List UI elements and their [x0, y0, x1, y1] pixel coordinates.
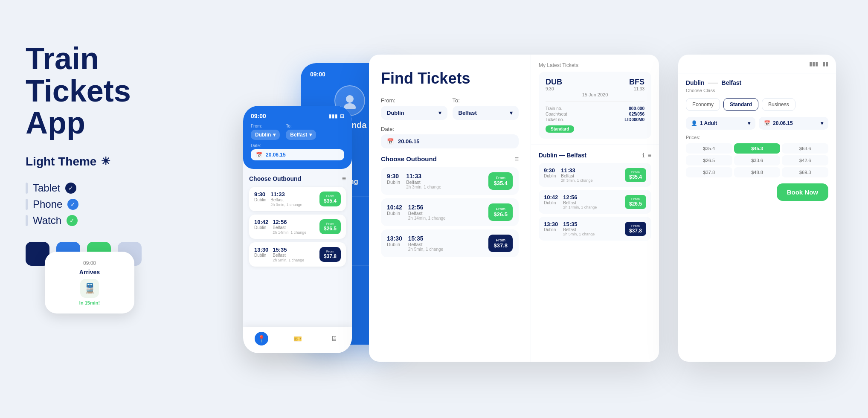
watch-time: 09:00	[83, 260, 96, 266]
watch-check: ✓	[67, 215, 78, 226]
wifi-icon: ⊟	[340, 113, 344, 119]
outbound-card-2[interactable]: 13:30 Dublin 15:35 Belfast 2h 5min, 1 ch…	[539, 217, 651, 241]
ob-arr-station-0: Belfast	[561, 174, 592, 178]
tablet-dep-0: 9:30 Dublin	[387, 173, 400, 189]
ticket-no-label: Ticket no.	[546, 117, 564, 122]
theme-text: Light Theme	[26, 155, 96, 168]
class-economy[interactable]: Economy	[686, 98, 720, 111]
tablet-from-1: From	[496, 207, 505, 211]
nav-btn-location[interactable]: 📍	[255, 332, 268, 345]
to-value: Belfast	[290, 132, 307, 138]
tablet-bar	[26, 183, 28, 194]
watch-arrives-label: Arrives	[79, 269, 100, 276]
tablet-dep-station-1: Dublin	[387, 211, 402, 216]
class-business[interactable]: Business	[762, 98, 795, 111]
ob-dep-2: 13:30 Dublin	[544, 221, 558, 236]
train-card-2[interactable]: 13:30 Dublin 15:35 Belfast 2h 5min, 1 ch…	[249, 242, 346, 267]
from-col: From: Dublin ▾	[251, 124, 280, 140]
tablet-train-0[interactable]: 9:30 Dublin 11:33 Belfast 2h 3min, 1 cha…	[381, 167, 519, 195]
outbound-card-0[interactable]: 9:30 Dublin 11:33 Belfast 2h 3min, 1 cha…	[539, 163, 651, 187]
ob-dep-0: 9:30 Dublin	[544, 167, 556, 183]
train-card-1[interactable]: 10:42 Dublin 12:56 Belfast 2h 14min, 1 c…	[249, 215, 346, 239]
ob-dep-station-1: Dublin	[544, 200, 558, 205]
to-chevron: ▾	[309, 132, 312, 138]
tablet-calendar-icon: 📅	[387, 138, 394, 145]
left-section: Train Tickets App Light Theme ☀ Tablet ✓…	[26, 43, 188, 266]
train-no-label: Train no.	[546, 106, 562, 111]
ticket-from-code: DUB	[546, 78, 562, 87]
phone-white-nav: 📍 🎫 🖥	[243, 327, 352, 353]
tablet-dep-time-1: 10:42	[387, 204, 402, 211]
tablet-train-2[interactable]: 13:30 Dublin 15:35 Belfast 2h 5min, 1 ch…	[381, 229, 519, 257]
tablet-check: ✓	[65, 183, 76, 194]
nav-btn-screen[interactable]: 🖥	[327, 332, 341, 345]
from-value: Dublin	[255, 132, 271, 138]
from-label: From:	[251, 124, 280, 128]
tablet-price-val-1: $26.5	[494, 211, 508, 218]
ob-price-1: From $26.5	[625, 195, 646, 209]
prices-label: Prices:	[686, 135, 828, 140]
passengers-select[interactable]: 👤 1 Adult ▾	[686, 117, 755, 130]
tablet-date-value: 20.06.15	[398, 138, 420, 145]
tablet-screen: Find Tickets From: Dublin ▾ To: Belfast …	[369, 55, 659, 362]
tablet-train-1[interactable]: 10:42 Dublin 12:56 Belfast 2h 14min, 1 c…	[381, 198, 519, 226]
from-select[interactable]: Dublin ▾	[251, 130, 280, 140]
phone-bar	[26, 199, 28, 210]
tablet-from-chevron: ▾	[438, 110, 441, 116]
find-title-line2: Tickets	[418, 70, 470, 87]
tablet-to-select[interactable]: Belfast ▾	[453, 106, 519, 120]
tablet-from-to-row: From: Dublin ▾ To: Belfast ▾	[381, 97, 519, 120]
tablet-arr-2: 15:35 Belfast 2h 5min, 1 change	[408, 235, 443, 252]
tablet-dep-station-2: Dublin	[387, 242, 402, 247]
menu-icon: ≡	[342, 175, 346, 183]
ob-info-0: 2h 3min, 1 change	[561, 178, 592, 183]
theme-label: Light Theme ☀	[26, 155, 188, 168]
coach-label: Coach/seat	[546, 112, 567, 116]
tablet-date-field[interactable]: 📅 20.06.15	[381, 134, 519, 148]
date-input[interactable]: 📅 20.06.15	[251, 149, 344, 160]
ticket-stations: DUB 9:30 BFS 11:33	[546, 78, 644, 91]
tablet-dep-station-0: Dublin	[387, 180, 400, 185]
tablet-arr-station-1: Belfast	[408, 211, 446, 216]
find-panel: Find Tickets From: Dublin ▾ To: Belfast …	[369, 55, 531, 362]
phone-label: Phone	[33, 198, 62, 210]
prices-section: Prices: $35.4 $45.3 $63.6 $26.5 $33.6 $4…	[686, 135, 828, 201]
tablet-section-title: Choose Outbound	[381, 155, 437, 163]
coach-row: Coach/seat 025/056	[546, 112, 644, 116]
price-cell-2-2: $69.3	[782, 167, 828, 177]
ticket-divider	[546, 102, 644, 102]
watch-bar	[26, 215, 28, 226]
ob-arr-time-2: 15:35	[563, 221, 595, 227]
outbound-card-1[interactable]: 10:42 Dublin 12:56 Belfast 2h 14min, 1 c…	[539, 190, 651, 214]
ticket-card: DUB 9:30 BFS 11:33 15 Jun 2020 Train no.…	[539, 72, 651, 139]
train-card-0[interactable]: 9:30 Dublin 11:33 Belfast 2h 3min, 1 cha…	[249, 187, 346, 211]
standard-badge: Standard	[546, 125, 574, 133]
find-title-line1: Find	[381, 70, 413, 87]
date-select-small[interactable]: 📅 20.06.15 ▾	[759, 117, 828, 130]
date-select-value: 20.06.15	[773, 120, 793, 126]
price-cell-0-0: $35.4	[686, 143, 732, 154]
cal-icon-small: 📅	[764, 120, 770, 126]
tablet-times-0: 9:30 Dublin 11:33 Belfast 2h 3min, 1 cha…	[387, 173, 441, 189]
book-now-button[interactable]: Book Now	[777, 183, 828, 201]
sun-icon: ☀	[101, 155, 110, 168]
class-ticket-info: Dublin —— Belfast Choose Class Economy S…	[678, 73, 836, 207]
phone-white-body: Choose Outbound ≡ 9:30 Dublin 11:33 Belf…	[243, 169, 352, 276]
section-title: Choose Outbound	[249, 175, 301, 182]
to-select[interactable]: Belfast ▾	[286, 130, 316, 140]
class-standard[interactable]: Standard	[723, 98, 758, 111]
device-tablet: Tablet ✓	[26, 182, 188, 194]
tablet-from-2: From	[496, 238, 505, 242]
title-line1: Train	[26, 43, 188, 75]
nav-btn-ticket[interactable]: 🎫	[291, 332, 305, 345]
date-value: 20.06.15	[266, 152, 286, 158]
dep-station-1: Dublin	[254, 225, 268, 230]
price-value-0: $35.4	[324, 198, 337, 204]
tablet-to-value: Belfast	[459, 110, 477, 116]
passengers-chevron: ▾	[748, 120, 750, 126]
arr-station-0: Belfast	[270, 197, 302, 202]
svg-point-1	[344, 103, 356, 109]
tablet-from-select[interactable]: Dublin ▾	[381, 106, 447, 120]
dep-col-2: 13:30 Dublin	[254, 247, 268, 262]
dep-time-0: 9:30	[254, 191, 266, 197]
